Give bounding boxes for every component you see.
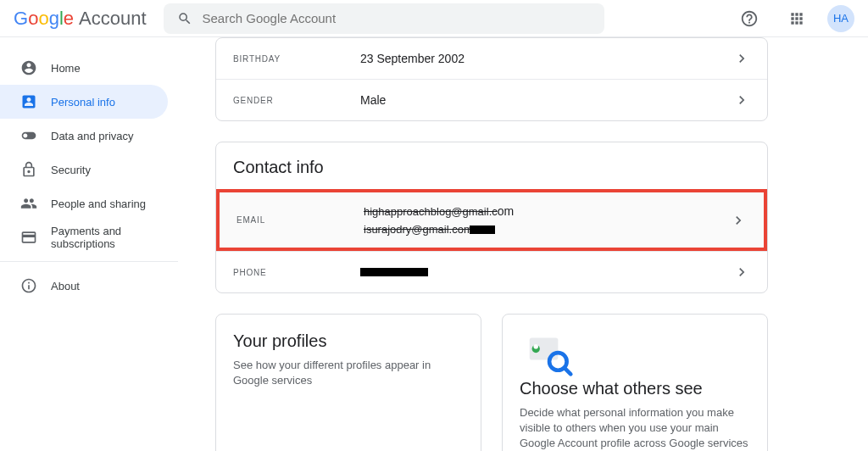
email-row[interactable]: EMAIL highapproachblog@gmail.com isurajo… [216,189,767,251]
sidebar-item-label: Data and privacy [51,130,134,142]
chevron-right-icon [733,264,750,281]
contact-info-card: Contact info EMAIL highapproachblog@gmai… [215,142,768,293]
card-icon [20,229,37,246]
your-profiles-title: Your profiles [233,331,464,351]
email-label: EMAIL [236,215,364,225]
sidebar-item-label: Security [51,164,91,176]
gender-row[interactable]: GENDER Male [216,79,767,120]
choose-others-title: Choose what others see [520,379,750,398]
your-profiles-card: Your profiles See how your different pro… [215,314,481,451]
info-icon [20,277,37,294]
gender-label: GENDER [233,96,360,105]
svg-line-4 [565,368,570,374]
email-value: highapproachblog@gmail.com isurajodry@gm… [364,204,730,236]
choose-others-desc: Decide what personal information you mak… [520,405,750,451]
search-box[interactable] [164,3,604,34]
avatar[interactable]: HA [827,5,854,32]
phone-value [360,265,733,279]
sidebar-item-label: Home [51,62,81,75]
sidebar-item-payments[interactable]: Payments and subscriptions [0,220,168,254]
gender-value: Male [360,93,733,107]
phone-row[interactable]: PHONE [216,251,767,292]
sidebar: Home Personal info Data and privacy Secu… [0,37,178,451]
your-profiles-desc: See how your different profiles appear i… [233,358,464,388]
search-input[interactable] [203,11,591,25]
basic-info-card: BIRTHDAY 23 September 2002 GENDER Male [215,37,768,121]
google-logo[interactable]: Google Account [14,8,147,30]
birthday-label: BIRTHDAY [233,54,360,64]
apps-icon[interactable] [780,2,814,36]
sidebar-item-label: People and sharing [51,198,146,210]
chevron-right-icon [730,212,747,229]
person-circle-icon [20,59,37,76]
sidebar-item-label: Payments and subscriptions [51,225,147,250]
svg-point-2 [533,344,538,349]
profile-search-icon [526,331,574,379]
sidebar-item-personal-info[interactable]: Personal info [0,85,168,119]
phone-label: PHONE [233,268,360,277]
divider [0,261,178,262]
chevron-right-icon [733,92,750,109]
id-card-icon [20,93,37,110]
sidebar-item-data-privacy[interactable]: Data and privacy [0,119,168,153]
birthday-row[interactable]: BIRTHDAY 23 September 2002 [216,38,767,79]
help-icon[interactable] [732,2,766,36]
chevron-right-icon [733,50,750,67]
sidebar-item-people-sharing[interactable]: People and sharing [0,187,168,220]
contact-info-title: Contact info [216,142,767,189]
toggle-icon [20,127,37,144]
search-icon [177,11,192,26]
choose-others-card: Choose what others see Decide what perso… [502,314,768,451]
lock-icon [20,161,37,178]
birthday-value: 23 September 2002 [360,52,733,65]
sidebar-item-label: Personal info [51,96,115,109]
sidebar-item-home[interactable]: Home [0,51,168,85]
people-icon [20,195,37,212]
sidebar-item-about[interactable]: About [0,269,168,303]
sidebar-item-security[interactable]: Security [0,153,168,187]
sidebar-item-label: About [51,280,80,292]
